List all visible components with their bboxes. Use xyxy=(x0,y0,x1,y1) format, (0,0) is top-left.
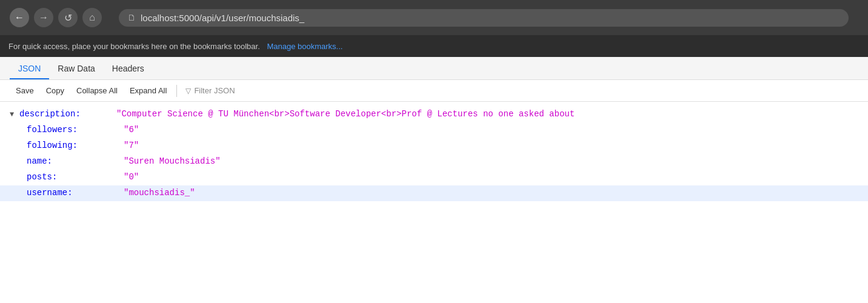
reload-button[interactable]: ↺ xyxy=(58,8,78,27)
toggle-description[interactable]: ▼ xyxy=(10,110,17,119)
json-row-following: following: "7" xyxy=(0,138,868,154)
save-button[interactable]: Save xyxy=(10,84,40,98)
json-value-description: "Computer Science @ TU München<br>Softwa… xyxy=(116,109,575,119)
copy-button[interactable]: Copy xyxy=(40,84,70,98)
address-bar[interactable]: 🗋 localhost:5000/api/v1/user/mouchsiadis… xyxy=(119,9,849,27)
json-key-username: username: xyxy=(27,188,124,198)
filter-button[interactable]: ▽ Filter JSON xyxy=(181,84,239,98)
json-key-following: following: xyxy=(27,141,124,150)
json-row-username: username: "mouchsiadis_" xyxy=(0,185,868,201)
filter-label: Filter JSON xyxy=(194,86,235,95)
back-button[interactable]: ← xyxy=(10,8,29,27)
json-row-name: name: "Suren Mouchsiadis" xyxy=(0,154,868,170)
json-content: ▼ description: "Computer Science @ TU Mü… xyxy=(0,102,868,206)
tab-raw-data[interactable]: Raw Data xyxy=(49,59,103,79)
page-icon: 🗋 xyxy=(127,13,136,22)
json-value-username: "mouchsiadis_" xyxy=(124,188,195,198)
collapse-all-button[interactable]: Collapse All xyxy=(70,84,124,98)
json-value-following: "7" xyxy=(124,141,139,150)
tab-bar: JSON Raw Data Headers xyxy=(0,57,868,80)
manage-bookmarks-link[interactable]: Manage bookmarks... xyxy=(267,42,342,51)
bookmarks-bar: For quick access, place your bookmarks h… xyxy=(0,35,868,57)
nav-buttons: ← → ↺ ⌂ xyxy=(10,8,102,27)
home-button[interactable]: ⌂ xyxy=(82,8,102,27)
filter-icon: ▽ xyxy=(185,87,191,95)
json-key-name: name: xyxy=(27,156,124,166)
toolbar: Save Copy Collapse All Expand All ▽ Filt… xyxy=(0,80,868,102)
forward-button[interactable]: → xyxy=(34,8,53,27)
expand-all-button[interactable]: Expand All xyxy=(124,84,173,98)
tab-headers[interactable]: Headers xyxy=(104,59,153,79)
json-row-posts: posts: "0" xyxy=(0,170,868,185)
json-key-posts: posts: xyxy=(27,172,124,182)
json-value-posts: "0" xyxy=(124,172,139,182)
url-text: localhost:5000/api/v1/user/mouchsiadis_ xyxy=(141,13,304,23)
json-key-description: description: xyxy=(19,109,116,119)
json-key-followers: followers: xyxy=(27,125,124,135)
bookmarks-message: For quick access, place your bookmarks h… xyxy=(8,42,260,51)
json-row-description: ▼ description: "Computer Science @ TU Mü… xyxy=(0,107,868,122)
toolbar-divider xyxy=(176,85,177,97)
browser-chrome: ← → ↺ ⌂ 🗋 localhost:5000/api/v1/user/mou… xyxy=(0,0,868,35)
json-value-name: "Suren Mouchsiadis" xyxy=(124,156,221,166)
tab-json[interactable]: JSON xyxy=(10,59,49,79)
json-value-followers: "6" xyxy=(124,125,139,135)
json-row-followers: followers: "6" xyxy=(0,122,868,138)
